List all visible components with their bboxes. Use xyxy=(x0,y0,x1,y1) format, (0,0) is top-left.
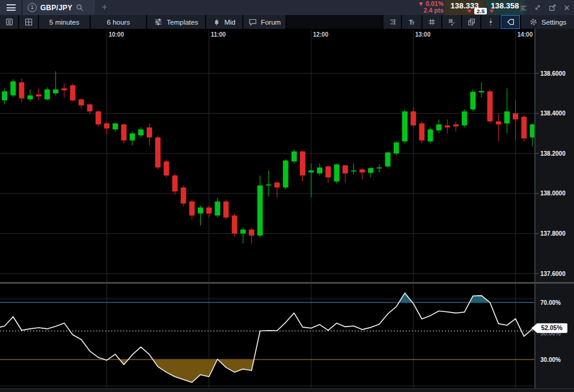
timeframe-label: 5 minutes xyxy=(49,19,79,26)
forum-icon xyxy=(248,17,257,26)
grid-toggle-button[interactable] xyxy=(423,15,441,29)
expand-icon[interactable] xyxy=(533,2,543,13)
candle xyxy=(198,207,203,213)
instrument-symbol: GBP/JPY xyxy=(40,4,72,12)
candle xyxy=(513,114,518,120)
candle xyxy=(504,111,510,123)
forum-button[interactable]: Forum xyxy=(243,15,285,29)
mid-price-label: Mid xyxy=(224,19,236,26)
candle xyxy=(240,230,246,234)
layout-grid-icon xyxy=(24,17,33,26)
oversold-fill xyxy=(0,293,534,382)
crosshair-button[interactable] xyxy=(481,15,499,29)
candle xyxy=(453,124,459,126)
candle xyxy=(87,105,93,112)
chart-canvas[interactable]: 10:0011:0012:0013:0014:00138.6000138.400… xyxy=(0,29,574,392)
candle xyxy=(61,88,67,90)
candle xyxy=(496,121,501,124)
annotate-icon xyxy=(447,17,456,26)
price-axis-background[interactable] xyxy=(536,29,574,392)
candle xyxy=(487,91,493,121)
annotate-button[interactable] xyxy=(442,15,461,29)
candle xyxy=(368,168,373,173)
candle xyxy=(232,215,237,233)
crosshair-icon xyxy=(486,17,495,26)
windows-icon xyxy=(467,17,476,26)
time-axis-label: 10:00 xyxy=(109,31,124,38)
time-axis-label: 14:00 xyxy=(518,31,533,38)
gear-icon xyxy=(529,17,538,26)
candle xyxy=(257,185,263,235)
candle xyxy=(36,94,41,96)
ask-down-triangle-icon xyxy=(489,10,494,13)
panel-divider[interactable] xyxy=(0,282,574,284)
time-axis[interactable]: 10:0011:0012:0013:0014:00 xyxy=(109,31,533,38)
windows-button[interactable] xyxy=(462,15,480,29)
timeframe-button[interactable]: 5 minutes xyxy=(39,15,90,29)
add-tab-button[interactable]: + xyxy=(98,0,111,15)
candle xyxy=(359,170,365,173)
candle xyxy=(121,124,127,141)
settings-button[interactable]: Settings xyxy=(521,15,574,29)
rsi-line xyxy=(0,293,534,382)
price-axis-label: 137.8000 xyxy=(540,230,566,237)
top-bar: 1 GBP/JPY + ▼ 0.01% 2.4 pts 138.333 138.… xyxy=(0,0,574,15)
candle xyxy=(79,99,84,105)
candle xyxy=(343,165,348,173)
watchlist-button[interactable] xyxy=(0,15,18,29)
gridlines xyxy=(0,30,534,388)
scale-button[interactable] xyxy=(383,15,401,29)
text-tool-button[interactable]: TT xyxy=(402,15,421,29)
candle xyxy=(428,129,433,141)
panel-menu-icon[interactable] xyxy=(518,2,528,13)
mid-price-icon xyxy=(213,18,221,26)
rsi-current-value-label: 52.05% xyxy=(541,324,563,331)
candle xyxy=(402,111,408,141)
candle xyxy=(530,124,536,138)
forum-label: Forum xyxy=(261,19,281,26)
main-menu-button[interactable] xyxy=(0,0,22,15)
layout-grid-button[interactable] xyxy=(19,15,38,29)
chart-toolbar: 5 minutes 6 hours Templates Mid xyxy=(0,15,574,29)
change-points: 2.4 pts xyxy=(391,7,444,14)
candle xyxy=(521,117,527,138)
time-axis-label: 12:00 xyxy=(313,31,329,38)
candle xyxy=(470,92,475,109)
spread-badge: 2.5 xyxy=(474,8,487,14)
candle xyxy=(147,127,152,138)
mid-price-button[interactable]: Mid xyxy=(206,15,242,29)
price-axis-label: 138.2000 xyxy=(540,150,566,157)
candle xyxy=(419,123,424,140)
candle xyxy=(351,171,356,172)
candle xyxy=(104,123,109,128)
close-icon[interactable] xyxy=(561,2,572,13)
candle xyxy=(317,168,322,174)
pointer-tool-icon xyxy=(506,17,515,26)
spread-cluster: 2.5 xyxy=(467,8,494,14)
toolbar-spacer xyxy=(287,15,382,29)
candle xyxy=(2,91,7,100)
candle xyxy=(275,182,280,187)
candle xyxy=(462,111,467,125)
rsi-current-value-badge: 52.05% xyxy=(531,323,567,333)
candle xyxy=(326,167,331,177)
pointer-tool-button[interactable] xyxy=(501,15,520,29)
range-button[interactable]: 6 hours xyxy=(91,15,146,29)
range-label: 6 hours xyxy=(107,19,130,26)
quote-change-block: ▼ 0.01% 2.4 pts xyxy=(391,1,444,14)
grid-toggle-icon xyxy=(427,17,436,26)
search-icon[interactable] xyxy=(76,4,84,11)
candle xyxy=(10,81,16,95)
price-axis-label: 138.0000 xyxy=(540,190,566,197)
instrument-tab[interactable]: 1 GBP/JPY xyxy=(23,0,95,15)
popout-icon[interactable] xyxy=(547,2,557,13)
price-axis-label: 138.6000 xyxy=(540,70,566,77)
time-axis-label: 11:00 xyxy=(211,31,226,38)
candle xyxy=(28,96,33,100)
candle xyxy=(130,133,135,141)
price-axis-label: 138.4000 xyxy=(540,110,566,117)
templates-button[interactable]: Templates xyxy=(147,15,205,29)
instrument-number-badge: 1 xyxy=(28,3,37,12)
candle xyxy=(70,85,76,100)
candle xyxy=(224,201,229,218)
